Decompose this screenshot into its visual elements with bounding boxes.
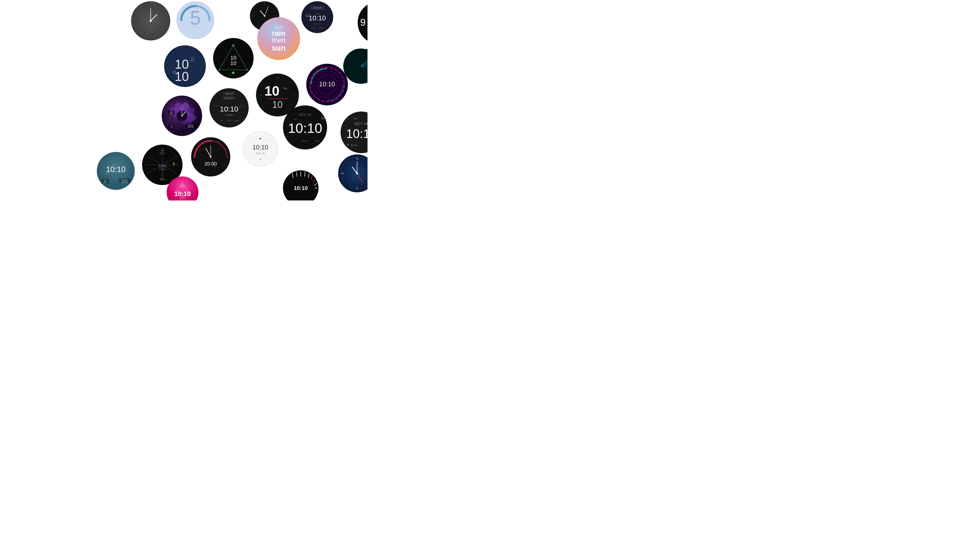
svg-text:3: 3 [227, 156, 228, 158]
watch-bold-dark[interactable]: OCT 24 10:10 8 75% 90 min 56m ■ [283, 105, 327, 150]
svg-text:10:10: 10:10 [175, 190, 191, 197]
svg-text:10: 10 [230, 60, 236, 66]
svg-text:PM: PM [283, 87, 287, 90]
svg-text:24: 24 [104, 180, 106, 182]
weather-text2: then [272, 37, 285, 44]
svg-text:9: 9 [260, 94, 261, 97]
watch-dark-analog[interactable] [131, 1, 170, 40]
watch-dark-spikes[interactable]: 10:10 [283, 170, 318, 201]
watch-time: 10:10 [275, 25, 283, 29]
svg-text:OCT: OCT [190, 59, 195, 62]
svg-point-14 [264, 15, 265, 17]
svg-text:10:10: 10:10 [106, 165, 126, 174]
watch-teal-fan-full[interactable] [342, 48, 368, 84]
svg-text:5: 5 [190, 7, 201, 29]
svg-text:LON: LON [234, 119, 239, 122]
svg-text:October: October [225, 114, 233, 116]
watch-geometric[interactable]: 10 10 [213, 38, 254, 78]
svg-text:OCT 24: OCT 24 [299, 113, 311, 116]
svg-point-34 [232, 45, 234, 46]
watch-spiral[interactable]: 10:10 [306, 64, 348, 105]
svg-point-103 [260, 138, 261, 139]
watch-blue-analog[interactable] [338, 154, 368, 193]
svg-text:■ October: ■ October [225, 97, 234, 99]
svg-text:OCT: OCT [170, 113, 173, 115]
svg-text:20:00: 20:00 [205, 161, 217, 166]
svg-point-145 [343, 179, 343, 179]
svg-text:October: October [314, 23, 321, 25]
svg-text:8: 8 [347, 118, 348, 120]
weather-text1: rain [272, 30, 285, 37]
svg-text:9: 9 [360, 17, 366, 28]
svg-text:12: 12 [276, 76, 278, 79]
svg-text:3:10: 3:10 [227, 119, 231, 122]
svg-text:OCT 24: OCT 24 [355, 122, 368, 126]
watch-teal-info[interactable]: 10:10 24 OCT 30 min ACTIVE 🏃 [97, 152, 135, 190]
svg-text:75%: 75% [294, 119, 297, 120]
svg-text:9: 9 [193, 156, 194, 158]
svg-point-3 [150, 20, 152, 22]
svg-point-185 [343, 49, 368, 84]
watch-arc-red[interactable]: 12 3 9 20:00 [191, 137, 230, 177]
svg-text:OCT: OCT [103, 182, 107, 183]
svg-text:24: 24 [191, 57, 194, 59]
svg-text:▮ 75%: ▮ 75% [215, 105, 219, 107]
svg-text:LGN: LGN [319, 27, 323, 29]
watch-info-dark2[interactable]: Mon 24 ■ October ▮ 75% 55m 10:10 October… [210, 88, 249, 127]
svg-point-39 [232, 72, 234, 74]
svg-text:🏃: 🏃 [172, 162, 177, 166]
svg-text:ACTIVE: ACTIVE [121, 182, 128, 183]
svg-text:Mon 24: Mon 24 [226, 92, 232, 95]
svg-text:30 min: 30 min [122, 179, 127, 181]
watch-minimal-white[interactable]: 10:10 Feb 27 [243, 131, 278, 167]
svg-text:3: 3 [293, 94, 294, 97]
svg-text:10:10: 10:10 [319, 80, 335, 88]
watch-arc-blue[interactable]: 5 [177, 1, 215, 39]
svg-text:50m: 50m [160, 178, 165, 181]
svg-text:10: 10 [175, 69, 189, 84]
svg-text:10: 10 [272, 99, 283, 110]
svg-text:90 min: 90 min [302, 140, 308, 142]
svg-text:30 min: 30 min [188, 124, 193, 126]
svg-text:10:10: 10:10 [220, 105, 238, 113]
svg-point-126 [210, 156, 212, 158]
watch-rain-then-sun[interactable]: 10:10 rain then sun [257, 17, 300, 60]
watch-flower[interactable]: 24 OCT 30 min ACTIVE 🏃 [162, 96, 202, 136]
svg-text:🏃: 🏃 [105, 173, 108, 176]
svg-text:10:10: 10:10 [346, 127, 368, 141]
svg-text:12: 12 [210, 140, 212, 142]
svg-point-36 [218, 69, 220, 70]
svg-text:90 min: 90 min [351, 144, 357, 146]
svg-text:24: 24 [170, 111, 172, 113]
svg-text:10:10: 10:10 [288, 120, 322, 136]
watch-info-dark[interactable]: 24 OCT 75% 10:10 October 3:10 LGN [301, 1, 333, 33]
svg-line-1 [151, 15, 157, 21]
svg-text:🏃: 🏃 [347, 143, 350, 146]
svg-text:24 OCT: 24 OCT [313, 6, 321, 9]
svg-text:Feb 27: Feb 27 [256, 152, 265, 155]
weather-text3: sun [272, 44, 286, 52]
svg-text:10:10: 10:10 [309, 14, 326, 22]
svg-text:🏃: 🏃 [170, 125, 173, 128]
svg-text:■: ■ [323, 118, 323, 119]
watch-large-info[interactable]: 8 75% OCT 24 10:10 90 min 56m ■ 🏃 [340, 111, 368, 153]
svg-point-104 [260, 159, 261, 159]
svg-text:56m: 56m [315, 140, 320, 142]
svg-point-147 [350, 186, 351, 186]
svg-text:10:10: 10:10 [252, 144, 268, 151]
watch-partial-right: 9 [358, 1, 368, 44]
svg-point-142 [345, 161, 346, 162]
svg-text:8: 8 [287, 119, 288, 120]
svg-text:🏃: 🏃 [221, 119, 223, 122]
svg-text:10:10: 10:10 [294, 185, 307, 191]
watch-pink[interactable]: 10:10 [167, 177, 199, 201]
svg-point-35 [247, 69, 248, 70]
svg-text:75%: 75% [353, 118, 357, 120]
svg-text:55m: 55m [240, 105, 243, 107]
svg-text:10: 10 [264, 83, 279, 99]
svg-text:ACTIVE: ACTIVE [188, 126, 194, 128]
svg-point-83 [181, 115, 183, 116]
watch-blueprint[interactable]: 24 OCT 10 10 [164, 45, 206, 87]
svg-point-156 [356, 172, 358, 175]
svg-text:3:10: 3:10 [312, 27, 315, 29]
